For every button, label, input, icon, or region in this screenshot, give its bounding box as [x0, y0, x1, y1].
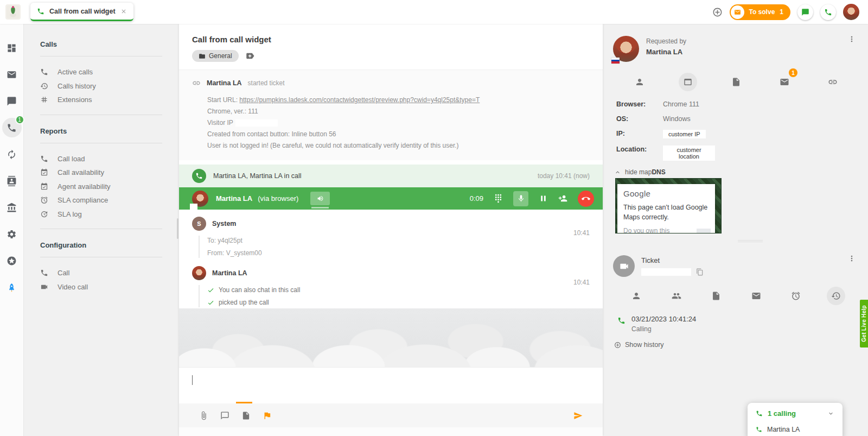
call-icon	[37, 8, 44, 15]
info-row-os: OS: Windows	[616, 115, 857, 123]
app-body: 1 Calls Active calls Calls history Exten…	[0, 24, 868, 436]
location-map[interactable]: Google This page can't load Google Maps …	[615, 178, 722, 233]
flag-icon[interactable]	[263, 411, 272, 420]
tab-ticket-history[interactable]	[827, 287, 845, 305]
scrollbar-thumb[interactable]	[177, 218, 178, 239]
hide-map-toggle[interactable]: hide map DNS	[613, 168, 857, 176]
call-icon	[756, 426, 762, 433]
tab-related[interactable]	[824, 73, 842, 91]
rail-contacts[interactable]	[1, 168, 23, 194]
clock-refresh-icon	[40, 210, 48, 218]
chats-button[interactable]	[797, 4, 813, 20]
person-icon	[631, 291, 641, 301]
add-person-icon[interactable]	[558, 194, 567, 203]
nav-item-call-load[interactable]: Call load	[40, 152, 176, 166]
tab-files[interactable]	[727, 73, 745, 91]
nav-item-call-availability[interactable]: Call availability	[40, 166, 176, 180]
nav-item-sla-compliance[interactable]: SLA compliance	[40, 193, 176, 207]
dialpad-icon[interactable]	[494, 194, 503, 203]
send-icon[interactable]	[573, 411, 583, 420]
rail-tickets[interactable]	[1, 61, 23, 88]
rail-calls[interactable]: 1	[1, 115, 23, 141]
nav-item-active-calls[interactable]: Active calls	[40, 65, 176, 79]
nav-item-call-config[interactable]: Call	[40, 266, 176, 280]
nav-item-extensions[interactable]: Extensions	[40, 93, 176, 107]
in-call-text: Martina LA, Martina LA in call	[213, 172, 302, 180]
call-end-icon	[582, 194, 590, 203]
tab-ticket-files[interactable]	[707, 287, 725, 305]
browser-info-list: Browser: Chrome 111 OS: Windows IP: cust…	[613, 100, 857, 161]
chevron-down-icon[interactable]	[827, 410, 834, 417]
nav-item-sla-log[interactable]: SLA log	[40, 207, 176, 222]
rocket-icon	[7, 282, 17, 293]
chat-icon	[801, 8, 809, 16]
add-tag-icon[interactable]	[244, 51, 256, 61]
user-avatar[interactable]	[843, 4, 859, 20]
hash-icon	[40, 96, 48, 104]
show-history-link[interactable]: Show history	[613, 341, 857, 349]
message-author: Martina LA	[207, 79, 242, 87]
rail-dashboard[interactable]	[1, 35, 23, 61]
call-icon	[824, 8, 832, 16]
tab-ticket-mail[interactable]	[747, 287, 765, 305]
rail-settings[interactable]	[1, 221, 23, 248]
hangup-button[interactable]	[578, 191, 594, 207]
requested-by-label: Requested by	[646, 36, 686, 45]
alarm-icon	[40, 196, 48, 204]
nav-section-title: Reports	[40, 122, 176, 143]
speaker-button[interactable]	[310, 192, 330, 205]
nav-item-calls-history[interactable]: Calls history	[40, 79, 176, 93]
folder-icon	[199, 53, 206, 60]
message-input[interactable]	[179, 367, 603, 402]
created-from-line: Created from contact button: Inline butt…	[207, 130, 590, 138]
tab-contact-details[interactable]	[630, 73, 649, 91]
app-logo[interactable]	[5, 4, 21, 20]
to-solve-button[interactable]: To solve 1	[730, 4, 790, 20]
rail-chats[interactable]	[1, 88, 23, 115]
message-time: 10:41	[573, 229, 590, 237]
call-log-entry: 03/21/2023 10:41:24 Calling	[613, 315, 857, 333]
note-icon[interactable]	[241, 411, 251, 420]
department-tag[interactable]: General	[192, 50, 239, 62]
attach-file-icon[interactable]	[199, 411, 208, 420]
icon-rail: 1	[0, 24, 24, 436]
info-value: Windows	[663, 115, 691, 123]
ticket-info-panel: Requested by Martina LA 1 Browser: Chrom…	[603, 24, 868, 436]
hold-icon[interactable]	[539, 194, 548, 203]
maps-dialog-button[interactable]	[697, 229, 711, 233]
tab-tickets[interactable]: 1	[775, 73, 794, 91]
gear-icon	[7, 229, 17, 239]
mute-button[interactable]	[513, 191, 528, 206]
calling-widget[interactable]: 1 calling Martina LA	[748, 403, 843, 436]
tab-ticket-contact[interactable]	[627, 287, 646, 305]
more-options-icon[interactable]	[847, 35, 856, 43]
nav-item-agent-availability[interactable]: Agent availability	[40, 180, 176, 194]
panel-drag-handle[interactable]	[738, 240, 763, 242]
calling-widget-caller[interactable]: Martina LA	[756, 426, 834, 433]
more-options-icon[interactable]	[847, 254, 856, 263]
history-icon	[831, 291, 841, 301]
call-status-icon-wrap	[192, 169, 206, 183]
new-ticket-icon[interactable]	[712, 7, 723, 17]
dns-label: DNS	[652, 168, 665, 176]
get-live-help-button[interactable]: Get Live Help	[860, 300, 868, 347]
nav-item-video-call[interactable]: Video call	[40, 280, 176, 294]
rail-automation[interactable]	[1, 141, 23, 168]
rail-getting-started[interactable]	[1, 274, 23, 301]
open-ticket-tab[interactable]: Call from call widget	[30, 3, 133, 21]
close-tab-icon[interactable]	[120, 8, 127, 15]
requester-avatar[interactable]	[613, 36, 639, 62]
copy-icon[interactable]	[696, 268, 704, 276]
start-url-link[interactable]: https://pumpkins.ladesk.com/contactwidge…	[239, 96, 480, 104]
started-ticket-message: Martina LA started ticket Start URL: htt…	[179, 69, 603, 160]
slovakia-flag-icon	[611, 58, 620, 64]
ticket-tabs	[613, 287, 857, 305]
rail-gamification[interactable]	[1, 248, 23, 274]
calls-button[interactable]	[820, 4, 836, 20]
tab-browser-info[interactable]	[679, 73, 697, 91]
tab-ticket-participants[interactable]	[667, 287, 686, 305]
tab-ticket-sla[interactable]	[787, 287, 805, 305]
contacts-icon	[7, 176, 17, 186]
quote-message-icon[interactable]	[220, 411, 229, 420]
rail-company[interactable]	[1, 194, 23, 221]
